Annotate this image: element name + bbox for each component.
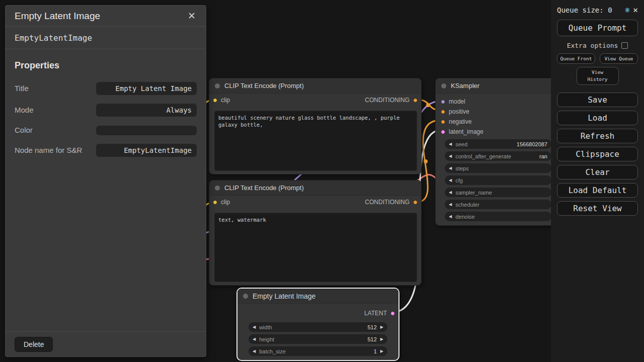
collapse-dot-icon[interactable] — [441, 83, 446, 88]
input-dot-clip[interactable] — [213, 200, 217, 205]
decrement-icon[interactable]: ◀ — [449, 166, 452, 170]
widget-value: 512 — [367, 336, 376, 342]
save-button[interactable]: Save — [557, 93, 638, 107]
clipspace-button[interactable]: Clipspace — [557, 147, 638, 161]
output-dot-conditioning[interactable] — [413, 98, 418, 103]
view-queue-button[interactable]: View Queue — [600, 53, 638, 64]
input-slot-model[interactable]: model — [436, 97, 560, 107]
widget-seed[interactable]: ◀ seed 1566802087 — [445, 139, 551, 149]
input-slot-clip[interactable]: clip — [213, 97, 230, 104]
collapse-dot-icon[interactable] — [215, 83, 220, 88]
field-label: Title — [15, 83, 89, 94]
node-title: KSampler — [451, 82, 479, 89]
comfy-menu-panel: Queue size: 0 ❄ ✕ Queue Prompt Extra opt… — [551, 0, 644, 362]
input-dot-negative[interactable] — [441, 120, 445, 124]
widget-width[interactable]: ◀ width 512 ▶ — [249, 322, 387, 332]
output-dot-conditioning[interactable] — [413, 200, 418, 205]
node-empty-latent-image[interactable]: Empty Latent Image LATENT ◀ width 512 ▶ … — [236, 288, 399, 361]
reset-view-button[interactable]: Reset View — [557, 201, 638, 216]
decrement-icon[interactable]: ◀ — [253, 325, 256, 329]
node-header[interactable]: CLIP Text Encode (Prompt) — [209, 180, 421, 196]
widget-steps[interactable]: ◀ steps — [445, 163, 551, 173]
input-dot-clip[interactable] — [213, 98, 217, 103]
decrement-icon[interactable]: ◀ — [449, 191, 452, 195]
widget-name: seed — [455, 141, 467, 147]
decrement-icon[interactable]: ◀ — [449, 154, 452, 158]
output-slot-conditioning[interactable]: CONDITIONING — [365, 97, 418, 104]
input-slot-latent-image[interactable]: latent_image — [436, 127, 560, 137]
widget-batch-size[interactable]: ◀ batch_size 1 ▶ — [249, 346, 387, 356]
queue-size-row: Queue size: 0 ❄ ✕ — [557, 5, 638, 15]
decrement-icon[interactable]: ◀ — [449, 178, 452, 183]
slot-label: negative — [449, 118, 471, 125]
node-header[interactable]: Empty Latent Image — [237, 289, 398, 304]
widget-sampler-name[interactable]: ◀ sampler_name — [445, 188, 551, 197]
collapse-dot-icon[interactable] — [243, 294, 248, 299]
settings-snowflake-icon[interactable]: ❄ — [625, 6, 629, 15]
widget-control-after-generate[interactable]: ◀ control_after_generate ran — [445, 151, 551, 161]
widget-name: sampler_name — [455, 190, 492, 196]
decrement-icon[interactable]: ◀ — [253, 337, 256, 341]
menu-buttons: Save Load Refresh Clipspace Clear Load D… — [557, 93, 638, 216]
mode-field[interactable] — [96, 104, 197, 117]
positive-prompt-textarea[interactable]: beautiful scenery nature glass bottle la… — [214, 111, 417, 171]
increment-icon[interactable]: ▶ — [380, 337, 383, 341]
node-header[interactable]: CLIP Text Encode (Prompt) — [209, 78, 421, 94]
widget-name: width — [259, 324, 272, 330]
node-clip-text-encode-negative[interactable]: CLIP Text Encode (Prompt) clip CONDITION… — [209, 180, 422, 286]
delete-button[interactable]: Delete — [15, 337, 53, 352]
load-default-button[interactable]: Load Default — [557, 183, 638, 198]
input-dot-positive[interactable] — [441, 110, 445, 114]
node-clip-text-encode-positive[interactable]: CLIP Text Encode (Prompt) clip CONDITION… — [209, 78, 422, 174]
node-header[interactable]: KSampler — [436, 78, 560, 94]
queue-prompt-button[interactable]: Queue Prompt — [557, 20, 638, 36]
input-dot-model[interactable] — [441, 100, 445, 104]
widget-name: control_after_generate — [455, 153, 511, 159]
widget-name: steps — [455, 165, 468, 171]
decrement-icon[interactable]: ◀ — [253, 349, 256, 353]
widget-value: 512 — [367, 324, 376, 330]
collapse-dot-icon[interactable] — [215, 186, 220, 191]
color-field[interactable] — [96, 126, 197, 135]
extra-options-checkbox[interactable] — [621, 42, 628, 49]
negative-prompt-textarea[interactable]: text, watermark — [214, 213, 417, 282]
widget-scheduler[interactable]: ◀ scheduler — [445, 200, 551, 209]
close-icon[interactable]: ✕ — [633, 5, 638, 15]
decrement-icon[interactable]: ◀ — [449, 203, 452, 207]
node-title: CLIP Text Encode (Prompt) — [224, 184, 304, 192]
slot-label: CONDITIONING — [365, 97, 410, 104]
widget-cfg[interactable]: ◀ cfg — [445, 175, 551, 185]
decrement-icon[interactable]: ◀ — [449, 215, 452, 219]
field-row-node-name: Node name for S&R — [15, 144, 197, 157]
input-slot-clip[interactable]: clip — [213, 199, 230, 206]
dialog-header: Empty Latent Image ✕ — [6, 6, 206, 27]
increment-icon[interactable]: ▶ — [380, 349, 383, 353]
output-dot-latent[interactable] — [390, 311, 395, 316]
widget-denoise[interactable]: ◀ denoise — [445, 212, 551, 221]
slot-row: clip CONDITIONING — [209, 196, 421, 209]
view-history-button[interactable]: View History — [577, 67, 619, 85]
increment-icon[interactable]: ▶ — [380, 325, 383, 329]
input-slot-positive[interactable]: positive — [436, 107, 560, 117]
title-field[interactable] — [96, 82, 197, 95]
dialog-footer: Delete — [6, 331, 206, 356]
load-button[interactable]: Load — [557, 111, 638, 125]
clear-button[interactable]: Clear — [557, 165, 638, 179]
ksampler-inputs: model positive negative latent_image — [436, 94, 560, 137]
refresh-button[interactable]: Refresh — [557, 129, 638, 143]
slot-label: positive — [449, 108, 469, 115]
properties-section-title: Properties — [15, 60, 197, 71]
widget-height[interactable]: ◀ height 512 ▶ — [249, 334, 387, 344]
input-slot-negative[interactable]: negative — [436, 117, 560, 127]
node-name-field[interactable] — [96, 144, 197, 157]
decrement-icon[interactable]: ◀ — [449, 142, 452, 146]
input-dot-latent-image[interactable] — [441, 130, 445, 134]
node-ksampler[interactable]: KSampler model positive negative latent_… — [435, 78, 561, 226]
output-slot-latent[interactable]: LATENT — [237, 307, 398, 320]
slot-label: CONDITIONING — [365, 199, 410, 206]
output-slot-conditioning[interactable]: CONDITIONING — [365, 199, 418, 206]
close-icon[interactable]: ✕ — [185, 9, 199, 23]
slot-label: latent_image — [449, 128, 484, 135]
widget-value: 1566802087 — [517, 141, 547, 147]
queue-front-button[interactable]: Queue Front — [557, 53, 595, 64]
